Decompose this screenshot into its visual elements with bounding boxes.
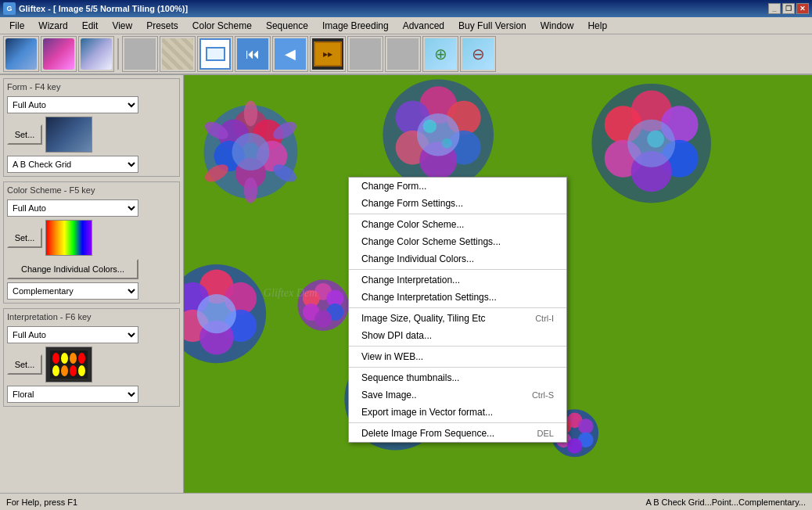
form-set-button[interactable]: Set...	[7, 124, 42, 145]
form-preview-thumb	[45, 117, 92, 153]
minimize-button[interactable]: _	[768, 3, 781, 14]
menu-buy[interactable]: Buy Full Version	[452, 18, 533, 34]
check-grid-dropdown[interactable]: A B Check Grid	[7, 156, 138, 173]
ctx-change-individual-colors[interactable]: Change Individual Colors...	[349, 250, 566, 268]
ctx-image-size-shortcut: Ctrl-I	[535, 314, 554, 323]
svg-point-24	[442, 138, 452, 149]
ctx-change-form[interactable]: Change Form...	[349, 178, 566, 195]
color-scheme-dropdown-wrapper[interactable]: Full Auto	[7, 199, 138, 217]
toolbar: ⏮ ◀ ▶▶ ⊕ ⊖	[0, 34, 812, 75]
ctx-sep2	[349, 269, 566, 270]
toolbar-zoom-out[interactable]: ⊖	[460, 36, 496, 72]
interpretation-dropdown-row: Full Auto	[7, 326, 176, 343]
ctx-save-image-shortcut: Ctrl-S	[532, 390, 554, 400]
toolbar-rect[interactable]	[197, 36, 233, 72]
form-dropdown-row: Full Auto	[7, 96, 176, 113]
ctx-export-vector[interactable]: Export image in Vector format...	[349, 404, 566, 421]
svg-point-9	[244, 101, 257, 127]
status-right: A B Check Grid...Point...Complementary..…	[645, 497, 806, 507]
toolbar-gray2[interactable]	[347, 36, 383, 72]
ctx-image-size[interactable]: Image Size, Quality, Tiling Etc Ctrl-I	[349, 310, 566, 327]
canvas-area[interactable]: Gliftex Demo Version Gliftex Dem Da Chan…	[184, 75, 812, 493]
toolbar-fractal1[interactable]	[3, 36, 39, 72]
interpretation-preview-thumb	[45, 347, 92, 382]
svg-point-23	[423, 120, 437, 133]
interpretation-thumb-image	[46, 347, 92, 382]
status-left: For Help, press F1	[6, 497, 77, 507]
form-dropdown-wrapper[interactable]: Full Auto	[7, 96, 138, 113]
toolbar-fractal3[interactable]	[78, 36, 114, 72]
form-dropdown[interactable]: Full Auto	[7, 96, 138, 113]
window-title: Gliftex - [ Image 5/5 Normal Tiling (100…	[19, 4, 188, 13]
ctx-sep3	[349, 307, 566, 308]
form-group: Form - F4 key Full Auto Set... A B Check…	[3, 78, 180, 177]
toolbar-sep1	[117, 38, 119, 70]
interpretation-set-button[interactable]: Set...	[7, 354, 42, 375]
ctx-save-image[interactable]: Save Image.. Ctrl-S	[349, 386, 566, 404]
color-scheme-group: Color Scheme - F5 key Full Auto Set... C…	[3, 181, 180, 303]
form-set-row: Set...	[7, 117, 176, 153]
menu-bar: File Wizard Edit View Presets Color Sche…	[0, 17, 812, 34]
menu-presets[interactable]: Presets	[140, 18, 185, 34]
menu-advanced[interactable]: Advanced	[397, 18, 451, 34]
color-scheme-dropdown[interactable]: Full Auto	[7, 199, 138, 217]
menu-help[interactable]: Help	[581, 18, 613, 34]
color-scheme-group-title: Color Scheme - F5 key	[7, 185, 176, 195]
change-individual-colors-button[interactable]: Change Individual Colors...	[7, 259, 138, 279]
color-scheme-set-button[interactable]: Set...	[7, 228, 42, 248]
floral-dropdown-wrapper[interactable]: Floral	[7, 386, 138, 403]
color-scheme-dropdown-row: Full Auto	[7, 199, 176, 217]
toolbar-tiles[interactable]	[160, 36, 196, 72]
toolbar-zoom-in[interactable]: ⊕	[422, 36, 458, 72]
toolbar-film[interactable]: ▶▶	[310, 36, 346, 72]
interpretation-group: Interpretation - F6 key Full Auto Set...	[3, 308, 180, 407]
window-controls: _ ❐ ✕	[768, 3, 809, 14]
toolbar-nav1[interactable]: ⏮	[235, 36, 271, 72]
app-icon: G	[3, 2, 16, 15]
ctx-change-color-scheme-settings[interactable]: Change Color Scheme Settings...	[349, 233, 566, 250]
svg-point-8	[232, 133, 269, 171]
toolbar-gray3[interactable]	[385, 36, 421, 72]
interpretation-dropdown-wrapper[interactable]: Full Auto	[7, 326, 138, 343]
interpretation-dropdown[interactable]: Full Auto	[7, 326, 138, 343]
svg-point-56	[314, 311, 332, 328]
restore-button[interactable]: ❐	[782, 3, 795, 14]
menu-sequence[interactable]: Sequence	[260, 18, 314, 34]
menu-view[interactable]: View	[106, 18, 138, 34]
menu-window[interactable]: Window	[534, 18, 580, 34]
floral-row: Floral	[7, 386, 176, 403]
ctx-show-dpi[interactable]: Show DPI data...	[349, 327, 566, 344]
ctx-change-color-scheme[interactable]: Change Color Scheme...	[349, 216, 566, 233]
menu-color-scheme[interactable]: Color Scheme	[186, 18, 258, 34]
floral-dropdown[interactable]: Floral	[7, 386, 138, 403]
ctx-sep5	[349, 367, 566, 368]
color-scheme-set-row: Set...	[7, 220, 176, 256]
menu-image-breeding[interactable]: Image Breeding	[316, 18, 395, 34]
menu-edit[interactable]: Edit	[76, 18, 105, 34]
form-check-grid-row: A B Check Grid	[7, 156, 176, 173]
toolbar-nav2[interactable]: ◀	[272, 36, 308, 72]
menu-wizard[interactable]: Wizard	[32, 18, 74, 34]
title-bar: G Gliftex - [ Image 5/5 Normal Tiling (1…	[0, 0, 812, 17]
ctx-delete-image-shortcut: DEL	[537, 429, 554, 438]
ctx-change-interpretation-settings[interactable]: Change Interpretation Settings...	[349, 289, 566, 306]
complementary-dropdown[interactable]: Complementary	[7, 282, 138, 300]
svg-point-12	[244, 178, 257, 203]
ctx-view-web[interactable]: View in WEB...	[349, 348, 566, 365]
ctx-sequence-thumbnails[interactable]: Sequence thumbnails...	[349, 369, 566, 386]
ctx-sep4	[349, 346, 566, 347]
svg-point-22	[417, 113, 459, 156]
ctx-change-interpretation[interactable]: Change Interpretation...	[349, 271, 566, 289]
ctx-change-form-settings[interactable]: Change Form Settings...	[349, 195, 566, 212]
check-grid-dropdown-wrapper[interactable]: A B Check Grid	[7, 156, 138, 173]
close-button[interactable]: ✕	[796, 3, 809, 14]
context-menu: Change Form... Change Form Settings... C…	[348, 177, 567, 443]
complementary-dropdown-wrapper[interactable]: Complementary	[7, 282, 138, 300]
menu-file[interactable]: File	[3, 18, 31, 34]
toolbar-gray[interactable]	[122, 36, 158, 72]
ctx-delete-image[interactable]: Delete Image From Sequence... DEL	[349, 425, 566, 442]
interpretation-set-row: Set...	[7, 347, 176, 382]
toolbar-fractal2[interactable]	[41, 36, 77, 72]
left-panel: Form - F4 key Full Auto Set... A B Check…	[0, 75, 184, 493]
status-bar: For Help, press F1 A B Check Grid...Poin…	[0, 493, 812, 510]
